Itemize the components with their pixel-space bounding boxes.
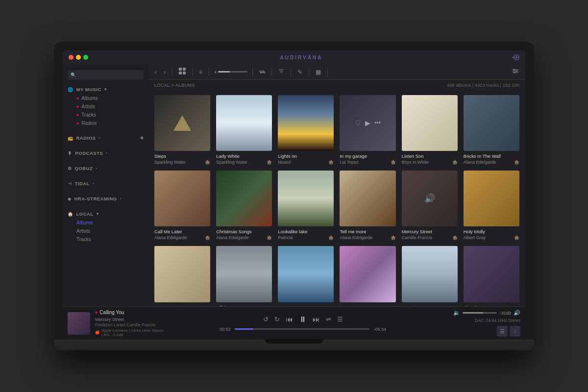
- album-artist: Alana Edelgarde 🏠: [216, 235, 272, 240]
- replay-button[interactable]: ↺: [263, 316, 269, 323]
- repeat-button[interactable]: ↻: [274, 316, 280, 323]
- album-heart-icon[interactable]: 🏠: [391, 160, 396, 165]
- laptop-hinge: [265, 340, 323, 343]
- sidebar-item-tidal[interactable]: ⊣ TIDAL ›: [63, 179, 148, 188]
- album-heart-icon[interactable]: 🏠: [205, 235, 210, 240]
- sidebar-item-podcasts[interactable]: 🎙 PODCASTS ›: [63, 148, 148, 158]
- album-item[interactable]: Lookalike lake Patricia 🏠: [278, 171, 334, 240]
- album-item[interactable]: Bricks In The Wall Alana Edelgarde 🏠: [464, 95, 519, 165]
- album-heart-icon[interactable]: 🏠: [267, 235, 272, 240]
- next-button[interactable]: ⏭: [313, 315, 320, 323]
- svg-point-13: [514, 69, 515, 71]
- lyrics-button[interactable]: ♩: [510, 326, 520, 337]
- play-pause-button[interactable]: ⏸: [299, 315, 307, 324]
- svg-point-15: [514, 72, 515, 74]
- album-heart-icon[interactable]: 🏠: [205, 160, 210, 165]
- album-heart-icon[interactable]: 🏠: [328, 235, 334, 240]
- album-heart-icon[interactable]: 🏠: [391, 235, 396, 240]
- slider-track[interactable]: [218, 71, 247, 73]
- album-heart-icon[interactable]: 🏠: [267, 160, 272, 165]
- album-artist: Patricia 🏠: [278, 235, 334, 240]
- sidebar-item-my-music[interactable]: 🌐 MY MUSIC ▾: [63, 85, 148, 94]
- album-item[interactable]: Pattern Kubez 🏠: [340, 246, 395, 306]
- now-playing-quality: 🍎 Apple Lossless | 16/44.1kHz Stereo | R…: [95, 328, 164, 337]
- tidal-icon: ⊣: [68, 181, 72, 186]
- zoom-slider[interactable]: ●: [214, 70, 247, 74]
- album-heart-icon[interactable]: 🏠: [514, 160, 519, 165]
- queue-toggle-button[interactable]: ☰: [497, 326, 508, 337]
- album-heart-icon[interactable]: 🏠: [328, 160, 334, 165]
- maximize-button[interactable]: [83, 55, 88, 60]
- svg-point-1: [515, 56, 517, 58]
- sidebar-item-tracks-mymusic[interactable]: ♥ Tracks: [63, 111, 148, 119]
- sidebar-item-albums-mymusic[interactable]: ♥ Albums: [63, 94, 148, 102]
- now-playing-heart[interactable]: ♥: [95, 310, 98, 315]
- playback-controls: ↺ ↻ ⏮ ⏸ ⏭ ⇌ ☰: [263, 315, 343, 324]
- album-item[interactable]: Lady White Sparkling Water 🏠: [216, 95, 272, 165]
- sidebar-item-local[interactable]: 🏠 LOCAL ▾: [63, 209, 148, 219]
- album-title: Bricks In The Wall: [464, 153, 519, 159]
- edit-button[interactable]: ✎: [296, 68, 304, 76]
- album-item[interactable]: Offshore Bad Company 🏠: [216, 246, 272, 306]
- album-item[interactable]: Call Me Later Alana Edelgarde 🏠: [154, 171, 210, 240]
- sidebar-section-tidal: ⊣ TIDAL ›: [63, 179, 148, 188]
- podcasts-icon: 🎙: [68, 151, 73, 156]
- svg-rect-3: [179, 68, 182, 71]
- album-item[interactable]: Listen Son Boys in White 🏠: [402, 95, 458, 165]
- album-heart-icon[interactable]: 🏠: [452, 235, 458, 240]
- grid-view-button[interactable]: [177, 67, 187, 77]
- sidebar-item-artists-mymusic[interactable]: ♥ Artists: [63, 102, 148, 111]
- minimize-button[interactable]: [76, 55, 81, 60]
- album-artist: Sparkling Water 🏠: [216, 160, 272, 165]
- back-button[interactable]: ‹: [153, 68, 158, 76]
- sort-button[interactable]: VA: [258, 69, 267, 75]
- progress-track[interactable]: [235, 328, 370, 330]
- album-item[interactable]: ♡▶••• In my garage Lai Topez 🏠: [340, 95, 395, 165]
- album-cover: [402, 95, 458, 151]
- titlebar-icon: [510, 53, 519, 61]
- album-grid-container[interactable]: Steps Sparkling Water 🏠 Lady White Spark…: [148, 90, 525, 306]
- sidebar-item-radios[interactable]: 📻 RADIOS › ⊕: [63, 133, 148, 143]
- calendar-button[interactable]: ▦: [314, 68, 322, 76]
- album-item[interactable]: Don't Alana Edelgarde 🏠: [278, 246, 334, 306]
- now-playing-track-info: ♥ Calling You Mercury Street Frederico L…: [95, 310, 164, 337]
- app-title: AUDIRVĀNA: [93, 55, 510, 60]
- album-title: Lady White: [216, 153, 272, 159]
- sidebar-item-qobuz[interactable]: ⚙ QOBUZ ›: [63, 164, 148, 173]
- album-item[interactable]: Time has come Tata Martinez 🏠: [464, 246, 519, 306]
- album-item[interactable]: Holy Molly Albert Gray 🏠: [464, 171, 519, 240]
- album-item[interactable]: Favorite Person Claire Jean 🏠: [402, 246, 458, 306]
- volume-track[interactable]: [463, 312, 497, 314]
- album-item[interactable]: 🔊 Mercury Street Camille Francis 🏠: [402, 171, 458, 240]
- album-item[interactable]: Steps Sparkling Water 🏠: [154, 95, 210, 165]
- separator: [327, 68, 328, 76]
- filter-button[interactable]: [277, 67, 286, 76]
- search-bar[interactable]: 🔍: [68, 70, 144, 80]
- album-heart-icon[interactable]: 🏠: [514, 235, 519, 240]
- sidebar-item-radios-mymusic[interactable]: ♥ Radios: [63, 119, 148, 127]
- shuffle-button[interactable]: ⇌: [326, 316, 331, 323]
- album-item[interactable]: Christmas Songs Alana Edelgarde 🏠: [216, 171, 272, 240]
- sidebar-section-my-music: 🌐 MY MUSIC ▾ ♥ Albums ♥ Artists: [63, 85, 148, 127]
- sidebar-item-albums-local[interactable]: Albums: [63, 219, 148, 227]
- settings-button[interactable]: [511, 67, 520, 77]
- list-view-button[interactable]: ≡: [197, 68, 204, 76]
- prev-button[interactable]: ⏮: [286, 315, 293, 323]
- album-heart-icon[interactable]: 🏠: [452, 160, 458, 165]
- sidebar-item-artists-local[interactable]: Artists: [63, 227, 148, 235]
- close-button[interactable]: [69, 55, 74, 60]
- album-cover: 🔊: [402, 171, 458, 226]
- sidebar-item-tracks-local[interactable]: Tracks: [63, 235, 148, 244]
- volume-fill: [463, 312, 483, 314]
- album-item[interactable]: Lights on Nivacil 🏠: [278, 95, 334, 165]
- sidebar-item-hra[interactable]: ◈ HRA-STREAMING ›: [63, 194, 148, 203]
- chevron-right-icon: ›: [120, 196, 122, 201]
- queue-button[interactable]: ☰: [337, 316, 343, 323]
- album-item[interactable]: Tell me more Alana Edelgarde 🏠: [340, 171, 395, 240]
- album-cover: [464, 95, 519, 151]
- search-icon: 🔍: [71, 73, 76, 77]
- forward-button[interactable]: ›: [162, 68, 167, 76]
- album-cover: [278, 246, 334, 302]
- album-item[interactable]: Covers Alana Edelgarde 🏠: [154, 246, 210, 306]
- now-playing-title: Calling You: [99, 310, 124, 315]
